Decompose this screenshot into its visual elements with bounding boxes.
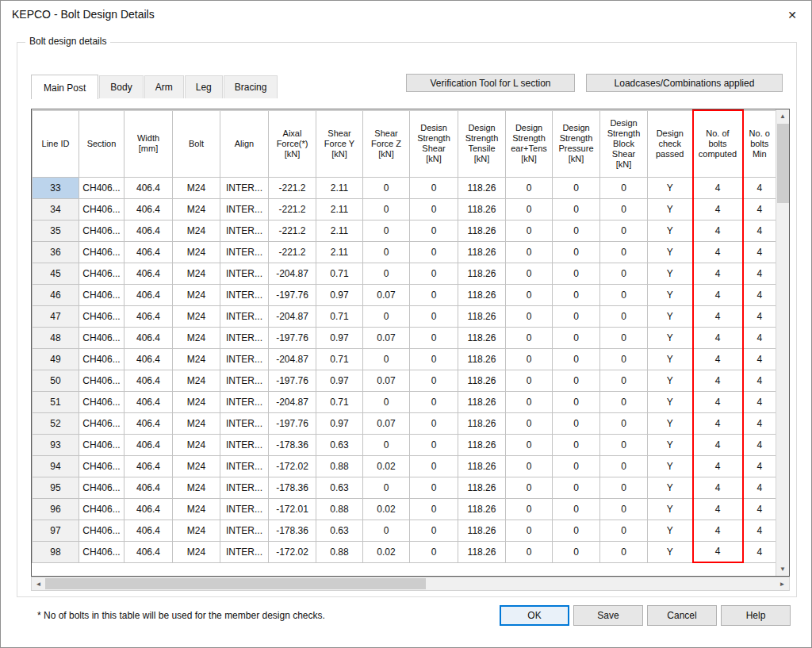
- grid-cell[interactable]: CH406...: [79, 541, 124, 562]
- grid-cell[interactable]: 0.63: [316, 520, 363, 541]
- grid-cell[interactable]: 406.4: [124, 263, 173, 284]
- grid-cell[interactable]: Y: [648, 284, 693, 305]
- grid-cell[interactable]: INTER...: [220, 455, 269, 477]
- grid-cell[interactable]: INTER...: [220, 477, 269, 498]
- grid-cell[interactable]: 0.07: [363, 370, 410, 391]
- horizontal-scroll-thumb[interactable]: [45, 578, 426, 589]
- grid-cell[interactable]: 0: [506, 348, 553, 370]
- grid-cell[interactable]: 0.63: [316, 477, 363, 498]
- grid-cell[interactable]: INTER...: [220, 434, 269, 455]
- grid-cell[interactable]: 4: [693, 348, 743, 370]
- grid-cell[interactable]: 4: [743, 263, 776, 284]
- line-id-cell[interactable]: 45: [33, 263, 79, 284]
- grid-cell[interactable]: 0: [363, 434, 410, 455]
- grid-cell[interactable]: -197.76: [269, 370, 316, 391]
- grid-cell[interactable]: M24: [173, 455, 220, 477]
- grid-cell[interactable]: 0: [600, 305, 648, 327]
- grid-cell[interactable]: 0: [600, 177, 648, 198]
- grid-cell[interactable]: 0.97: [316, 412, 363, 434]
- grid-cell[interactable]: 118.26: [458, 305, 506, 327]
- grid-cell[interactable]: 0: [600, 477, 648, 498]
- grid-cell[interactable]: 0.97: [316, 327, 363, 348]
- line-id-cell[interactable]: 49: [33, 348, 79, 370]
- grid-cell[interactable]: 406.4: [124, 412, 173, 434]
- grid-cell[interactable]: Y: [648, 198, 693, 220]
- grid-cell[interactable]: 0: [410, 327, 458, 348]
- grid-cell[interactable]: 4: [693, 198, 743, 220]
- grid-cell[interactable]: 4: [693, 455, 743, 477]
- grid-cell[interactable]: 406.4: [124, 498, 173, 520]
- grid-cell[interactable]: M24: [173, 177, 220, 198]
- grid-cell[interactable]: M24: [173, 220, 220, 241]
- grid-cell[interactable]: M24: [173, 412, 220, 434]
- grid-cell[interactable]: 118.26: [458, 327, 506, 348]
- grid-cell[interactable]: 406.4: [124, 520, 173, 541]
- grid-cell[interactable]: CH406...: [79, 391, 124, 412]
- grid-cell[interactable]: M24: [173, 434, 220, 455]
- grid-cell[interactable]: M24: [173, 391, 220, 412]
- grid-cell[interactable]: 0: [600, 263, 648, 284]
- grid-cell[interactable]: 118.26: [458, 391, 506, 412]
- grid-cell[interactable]: INTER...: [220, 541, 269, 562]
- ok-button[interactable]: OK: [500, 605, 569, 626]
- grid-cell[interactable]: INTER...: [220, 412, 269, 434]
- grid-cell[interactable]: 0.88: [316, 455, 363, 477]
- grid-cell[interactable]: M24: [173, 498, 220, 520]
- line-id-cell[interactable]: 47: [33, 305, 79, 327]
- grid-cell[interactable]: 0.07: [363, 412, 410, 434]
- grid-cell[interactable]: 118.26: [458, 348, 506, 370]
- cancel-button[interactable]: Cancel: [647, 605, 717, 626]
- vertical-scroll-thumb[interactable]: [777, 124, 789, 203]
- grid-cell[interactable]: 0: [410, 370, 458, 391]
- grid-cell[interactable]: 406.4: [124, 305, 173, 327]
- grid-cell[interactable]: 406.4: [124, 241, 173, 263]
- grid-cell[interactable]: -197.76: [269, 412, 316, 434]
- grid-cell[interactable]: 0: [410, 348, 458, 370]
- line-id-cell[interactable]: 98: [33, 541, 79, 562]
- grid-cell[interactable]: Y: [648, 370, 693, 391]
- grid-cell[interactable]: -204.87: [269, 391, 316, 412]
- grid-cell[interactable]: 0: [600, 284, 648, 305]
- grid-cell[interactable]: Y: [648, 263, 693, 284]
- grid-cell[interactable]: M24: [173, 241, 220, 263]
- grid-cell[interactable]: M24: [173, 263, 220, 284]
- grid-cell[interactable]: 0: [363, 241, 410, 263]
- grid-cell[interactable]: 406.4: [124, 391, 173, 412]
- scroll-right-icon[interactable]: ►: [776, 577, 789, 590]
- grid-cell[interactable]: 118.26: [458, 177, 506, 198]
- grid-cell[interactable]: 0.88: [316, 498, 363, 520]
- grid-cell[interactable]: 0: [410, 241, 458, 263]
- grid-cell[interactable]: 4: [693, 520, 743, 541]
- grid-cell[interactable]: 0: [600, 241, 648, 263]
- grid-cell[interactable]: 406.4: [124, 198, 173, 220]
- grid-cell[interactable]: 0: [410, 434, 458, 455]
- grid-cell[interactable]: 118.26: [458, 498, 506, 520]
- line-id-cell[interactable]: 93: [33, 434, 79, 455]
- grid-cell[interactable]: 0: [506, 412, 553, 434]
- grid-cell[interactable]: INTER...: [220, 177, 269, 198]
- grid-cell[interactable]: 0: [410, 455, 458, 477]
- grid-cell[interactable]: 406.4: [124, 220, 173, 241]
- grid-cell[interactable]: INTER...: [220, 391, 269, 412]
- line-id-cell[interactable]: 34: [33, 198, 79, 220]
- grid-cell[interactable]: 406.4: [124, 348, 173, 370]
- line-id-cell[interactable]: 36: [33, 241, 79, 263]
- grid-cell[interactable]: 4: [743, 520, 776, 541]
- grid-cell[interactable]: M24: [173, 520, 220, 541]
- grid-cell[interactable]: 0: [600, 391, 648, 412]
- grid-cell[interactable]: 0: [506, 541, 553, 562]
- grid-cell[interactable]: 4: [743, 348, 776, 370]
- grid-cell[interactable]: Y: [648, 348, 693, 370]
- grid-cell[interactable]: M24: [173, 198, 220, 220]
- grid-cell[interactable]: 118.26: [458, 434, 506, 455]
- grid-cell[interactable]: M24: [173, 477, 220, 498]
- grid-cell[interactable]: 4: [743, 198, 776, 220]
- line-id-cell[interactable]: 94: [33, 455, 79, 477]
- grid-cell[interactable]: 0: [363, 520, 410, 541]
- grid-cell[interactable]: CH406...: [79, 241, 124, 263]
- tab-arm[interactable]: Arm: [144, 75, 184, 98]
- grid-cell[interactable]: 406.4: [124, 284, 173, 305]
- line-id-cell[interactable]: 50: [33, 370, 79, 391]
- scroll-down-icon[interactable]: ▼: [776, 562, 789, 576]
- grid-cell[interactable]: 4: [743, 498, 776, 520]
